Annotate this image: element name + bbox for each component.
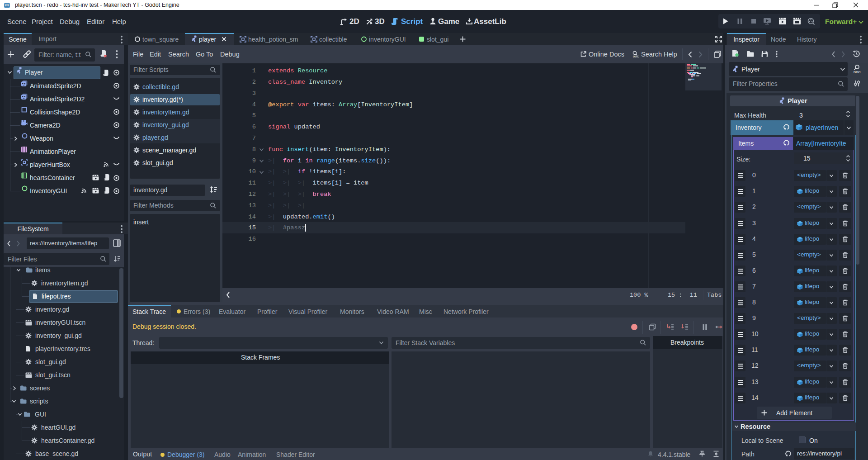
- svg-text:DOC: DOC: [633, 55, 639, 58]
- svg-text:DOC: DOC: [854, 71, 861, 74]
